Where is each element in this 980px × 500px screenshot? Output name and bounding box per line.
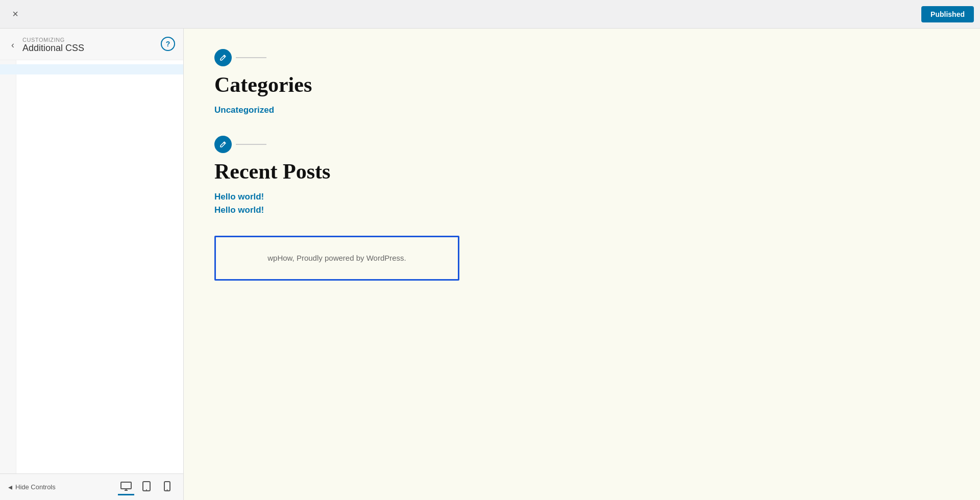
sidebar-bottom-bar: ◂ Hide Controls [0,473,183,500]
recent-posts-edit-button[interactable] [214,136,232,153]
hide-controls-button[interactable]: ◂ Hide Controls [8,482,56,492]
recent-posts-link-2[interactable]: Hello world! [214,205,949,215]
main-layout: ‹ Customizing Additional CSS ? 1 ◂ H [0,29,980,500]
sidebar-titles: Customizing Additional CSS [22,37,84,54]
hide-controls-label: Hide Controls [15,483,56,491]
tablet-icon [142,481,151,491]
sidebar-header-left: ‹ Customizing Additional CSS [8,37,84,54]
recent-posts-title: Recent Posts [214,159,949,184]
categories-widget-line [236,57,266,58]
preview-area: Categories Uncategorized Recent Posts He… [184,29,980,500]
line-number-1: 1 [0,64,12,74]
top-bar: × Published [0,0,980,29]
pencil-icon-2 [219,141,227,148]
categories-widget: Categories Uncategorized [214,49,949,115]
mobile-icon [164,481,170,491]
footer-text: wpHow, Proudly powered by WordPress. [267,254,406,262]
categories-widget-header [214,49,949,66]
recent-posts-widget: Recent Posts Hello world! Hello world! [214,136,949,215]
recent-posts-widget-line [236,144,266,145]
css-code-input[interactable] [16,60,183,473]
recent-posts-link-1[interactable]: Hello world! [214,192,949,202]
sidebar-section-title: Additional CSS [22,43,84,54]
device-desktop-button[interactable] [118,479,134,495]
back-button[interactable]: ‹ [8,39,17,52]
categories-edit-button[interactable] [214,49,232,66]
footer-widget: wpHow, Proudly powered by WordPress. [214,236,459,281]
svg-rect-0 [121,482,131,489]
line-number-area: 1 [0,60,183,473]
customizing-label: Customizing [22,37,84,43]
recent-posts-widget-header [214,136,949,153]
sidebar: ‹ Customizing Additional CSS ? 1 ◂ H [0,29,184,500]
published-button[interactable]: Published [921,6,974,22]
pencil-icon [219,54,227,61]
svg-point-6 [166,489,167,490]
sidebar-header: ‹ Customizing Additional CSS ? [0,29,183,60]
code-editor-area: 1 [0,60,183,473]
device-tablet-button[interactable] [138,479,155,495]
desktop-icon [120,482,132,491]
hide-controls-arrow-icon: ◂ [8,482,12,492]
categories-title: Categories [214,72,949,97]
categories-link-uncategorized[interactable]: Uncategorized [214,105,949,115]
line-numbers: 1 [0,60,16,473]
close-button[interactable]: × [6,5,24,23]
device-icons [118,479,175,495]
svg-point-4 [146,489,147,490]
help-button[interactable]: ? [161,37,175,51]
device-mobile-button[interactable] [159,479,175,495]
